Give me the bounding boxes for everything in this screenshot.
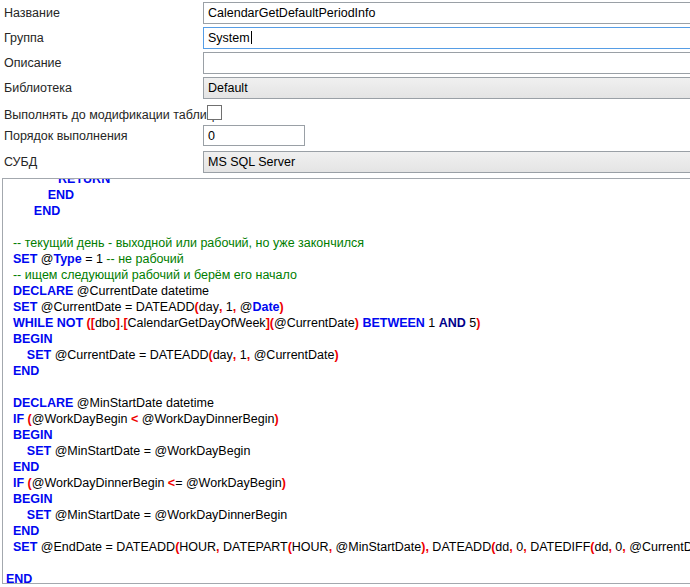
code-segment: END (13, 460, 39, 474)
code-line: END (6, 523, 690, 539)
code-segment (6, 444, 27, 458)
code-segment: 1 (236, 348, 246, 362)
code-line: RETURN (6, 178, 690, 187)
code-segment: Date (252, 300, 279, 314)
code-segment (6, 332, 13, 346)
code-segment: SET (27, 508, 51, 522)
code-line (6, 219, 690, 235)
code-segment: HOUR (179, 540, 216, 554)
code-line: SET @MinStartDate = @WorkDayBegin (6, 443, 690, 459)
code-segment: BEGIN (13, 332, 53, 346)
name-input[interactable]: CalendarGetDefaultPeriodInfo (203, 2, 690, 24)
code-segment: ([ (87, 316, 95, 330)
code-segment: @EndDate = DATEADD (37, 540, 175, 554)
code-segment (6, 252, 13, 266)
code-segment (6, 412, 13, 426)
code-segment: @ (236, 300, 252, 314)
code-segment: DECLARE (13, 396, 73, 410)
code-segment: SET (13, 540, 37, 554)
code-line: END (6, 187, 690, 203)
group-input[interactable]: System (203, 27, 690, 49)
code-segment: = @WorkDayBegin (175, 476, 282, 490)
code-segment: day (199, 300, 219, 314)
code-segment: dbo (95, 316, 116, 330)
code-segment: 5 (466, 316, 476, 330)
code-segment (6, 540, 13, 554)
execution-order-input[interactable]: 0 (203, 125, 305, 146)
code-segment (6, 396, 13, 410)
code-line: WHILE NOT ([dbo].[CalendarGetDayOfWeek](… (6, 315, 690, 331)
text-caret (251, 31, 252, 44)
code-segment (6, 508, 27, 522)
code-line (6, 379, 690, 395)
code-line: DECLARE @MinStartDate datetime (6, 395, 690, 411)
code-segment: @CurrentDate (274, 316, 355, 330)
code-segment: DECLARE (13, 284, 73, 298)
field-label-execution-order: Порядок выполнения (4, 129, 128, 143)
code-segment: SET (27, 348, 51, 362)
code-segment: 1 (222, 300, 232, 314)
code-segment: @ (37, 252, 53, 266)
code-segment: dd (594, 540, 608, 554)
code-segment: @MinStartDate = @WorkDayDinnerBegin (51, 508, 287, 522)
code-segment (6, 492, 13, 506)
code-segment (6, 300, 13, 314)
code-segment: END (13, 524, 39, 538)
code-segment: DATEPART (220, 540, 288, 554)
code-segment: day (213, 348, 233, 362)
code-segment: BEGIN (13, 492, 53, 506)
code-segment: @MinStartDate = @WorkDayBegin (51, 444, 250, 458)
field-label-description: Описание (4, 56, 62, 70)
code-segment: ) (282, 476, 286, 490)
code-segment: DATEDIFF (527, 540, 591, 554)
code-line: BEGIN (6, 491, 690, 507)
description-input[interactable] (203, 52, 690, 74)
group-input-value: System (208, 31, 250, 45)
code-line: DECLARE @CurrentDate datetime (6, 283, 690, 299)
code-segment (6, 236, 13, 250)
code-segment: RETURN (58, 178, 110, 186)
code-segment: @WorkDayBegin (32, 412, 131, 426)
code-segment (6, 348, 27, 362)
field-label-group: Группа (4, 31, 44, 45)
code-line: SET @CurrentDate = DATEADD(day, 1, @Curr… (6, 347, 690, 363)
code-line: IF (@WorkDayDinnerBegin <= @WorkDayBegin… (6, 475, 690, 491)
sql-code-editor[interactable]: RETURN END END -- текущий день - выходно… (2, 178, 690, 584)
code-segment: ) (274, 412, 278, 426)
code-segment (6, 524, 13, 538)
library-input-value: Default (208, 81, 248, 95)
form-row-execution-order: Порядок выполнения0 (0, 125, 690, 149)
field-label-name: Название (4, 6, 60, 20)
library-input: Default (203, 77, 690, 99)
code-segment: @CurrentDate = DATEADD (51, 348, 208, 362)
code-segment: END (13, 364, 39, 378)
field-label-dbms: СУБД (4, 155, 37, 169)
code-segment (6, 428, 13, 442)
code-segment (6, 204, 34, 218)
code-segment: Type (53, 252, 81, 266)
code-segment: SET (27, 444, 51, 458)
code-segment: CalendarGetDayOfWeek (128, 316, 266, 330)
code-line: BEGIN (6, 427, 690, 443)
code-segment: DATEADD (429, 540, 491, 554)
code-segment: END (6, 572, 32, 584)
code-line: IF (@WorkDayBegin < @WorkDayDinnerBegin) (6, 411, 690, 427)
code-line (6, 555, 690, 571)
code-segment: @WorkDayDinnerBegin (138, 412, 274, 426)
dbms-input-value: MS SQL Server (208, 155, 295, 169)
execution-order-input-value: 0 (208, 129, 215, 143)
code-segment (6, 316, 13, 330)
code-segment (6, 284, 13, 298)
code-segment (6, 460, 13, 474)
code-line: SET @CurrentDate = DATEADD(day, 1, @Date… (6, 299, 690, 315)
code-segment: -- текущий день - выходной или рабочий, … (13, 236, 364, 250)
code-segment: @CurrentDate = DATEADD (37, 300, 194, 314)
code-line: BEGIN (6, 331, 690, 347)
code-segment: -- не рабочий (106, 252, 183, 266)
code-segment: = 1 (82, 252, 107, 266)
code-segment (6, 188, 48, 202)
code-segment (6, 268, 13, 282)
code-line: END (6, 571, 690, 584)
code-segment: ), (421, 540, 429, 554)
run-before-table-modify-checkbox[interactable] (207, 105, 222, 120)
